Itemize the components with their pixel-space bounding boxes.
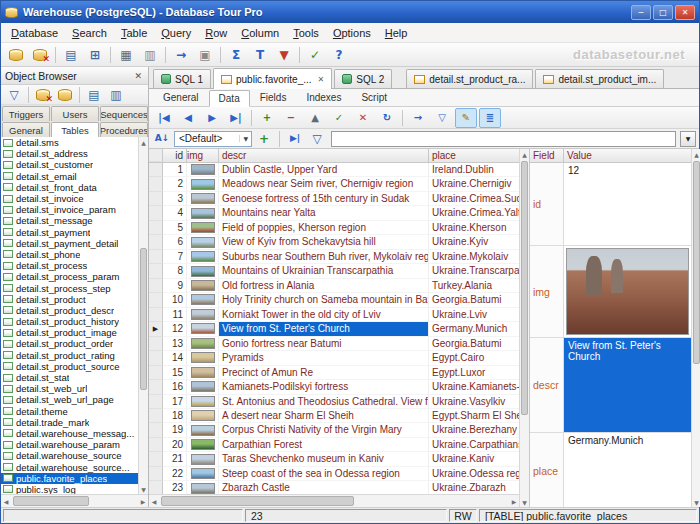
cell-id[interactable]: 16 (163, 380, 187, 394)
scroll-thumb[interactable] (521, 161, 528, 415)
filter-dropdown-button[interactable]: ▼ (680, 131, 696, 147)
scroll-right-icon[interactable]: ▶ (509, 495, 519, 507)
table-list-item-detail-st-message[interactable]: detail.st_message (1, 215, 138, 226)
cell-descr[interactable]: Kamianets-Podilskyi fortress (219, 380, 429, 394)
cell-place[interactable]: Ukraine.Chernigiv (429, 177, 519, 191)
filter-grid-icon[interactable]: ▽ (431, 108, 453, 128)
export-icon[interactable]: → (170, 45, 192, 65)
print-preview-icon[interactable]: ▥ (139, 45, 161, 65)
scroll-down-icon[interactable]: ▼ (139, 484, 148, 494)
filter-button[interactable]: ▽ (308, 131, 326, 147)
table-row[interactable]: 23Zbarazh CastleUkraine.Zbarazh (149, 481, 519, 494)
menu-query[interactable]: Query (154, 25, 198, 41)
help-icon[interactable]: ? (328, 45, 350, 65)
cell-descr[interactable]: Old fortress in Alania (219, 279, 429, 293)
last-record-icon[interactable]: ▶| (225, 108, 247, 128)
cell-id[interactable]: 7 (163, 250, 187, 264)
cell-place[interactable]: Georgia.Batumi (429, 337, 519, 351)
table-list-item-detail-st-stat[interactable]: detail.st_stat (1, 372, 138, 383)
next-record-icon[interactable]: ▶ (201, 108, 223, 128)
cell-place[interactable]: Ukraine.Zbarazh (429, 481, 519, 494)
close-panel-icon[interactable]: ✕ (132, 71, 144, 81)
minimize-button[interactable]: ─ (631, 5, 651, 20)
cell-id[interactable]: 19 (163, 423, 187, 437)
table-list-item-detail-st-product-history[interactable]: detail.st_product_history (1, 316, 138, 327)
table-list-item-detail-st-web-url-page[interactable]: detail.st_web_url_page (1, 394, 138, 405)
table-list-item-public-favorite-places[interactable]: public.favorite_places (1, 473, 138, 484)
table-row[interactable]: 3Genoese fortress of 15th century in Sud… (149, 192, 519, 206)
cell-descr[interactable]: Suburbs near Southern Buh river, Mykolai… (219, 250, 429, 264)
scroll-thumb[interactable] (13, 496, 89, 506)
cell-id[interactable]: 3 (163, 192, 187, 206)
cell-descr[interactable]: Field of poppies, Kherson region (219, 221, 429, 235)
scroll-left-icon[interactable]: ◀ (1, 495, 11, 507)
scroll-thumb[interactable] (693, 161, 700, 364)
doc-tab-public-favorite[interactable]: public.favorite_...✕ (213, 68, 332, 89)
cell-place[interactable]: Ukraine.Mykolaiv (429, 250, 519, 264)
table-list-item-detail-st-process[interactable]: detail.st_process (1, 260, 138, 271)
cell-img[interactable] (187, 264, 219, 278)
calculate-summary-icon[interactable]: Σ (225, 45, 247, 65)
cell-id[interactable]: 14 (163, 351, 187, 365)
cell-img[interactable] (187, 235, 219, 249)
menu-table[interactable]: Table (114, 25, 154, 41)
cell-img[interactable] (187, 380, 219, 394)
view-tab-fields[interactable]: Fields (250, 89, 297, 106)
cell-place[interactable]: Ukraine.Kamianets-Podilskyi (429, 380, 519, 394)
cell-img[interactable] (187, 177, 219, 191)
cell-place[interactable]: Ukraine.Vasylkiv (429, 395, 519, 409)
table-row[interactable]: 8Mountains of Ukrainian TranscarpathiaUk… (149, 264, 519, 278)
close-tab-icon[interactable]: ✕ (318, 75, 325, 84)
table-list-item-detail-st-invoice[interactable]: detail.st_invoice (1, 193, 138, 204)
scroll-down-icon[interactable]: ▼ (692, 497, 700, 507)
field-value[interactable] (564, 246, 691, 337)
table-list-item-detail-st-product-image[interactable]: detail.st_product_image (1, 327, 138, 338)
cell-place[interactable]: Ukraine.Kyiv (429, 235, 519, 249)
prior-record-icon[interactable]: ◀ (177, 108, 199, 128)
close-button[interactable]: ✕ (675, 5, 695, 20)
cell-descr[interactable]: St. Antonius and Theodosius Cathedral. V… (219, 395, 429, 409)
table-row[interactable]: ▶12View from St. Peter's ChurchGermany.M… (149, 322, 519, 336)
scroll-track[interactable] (159, 495, 509, 507)
disconnect-database-icon[interactable]: ✕ (33, 86, 53, 104)
cell-place[interactable]: Georgia.Batumi (429, 293, 519, 307)
scroll-left-icon[interactable]: ◀ (149, 495, 159, 507)
table-list-item-detail-st-email[interactable]: detail.st_email (1, 171, 138, 182)
inspector-row-place[interactable]: placeGermany.Munich (530, 433, 691, 507)
cell-id[interactable]: 6 (163, 235, 187, 249)
cell-id[interactable]: 11 (163, 308, 187, 322)
table-row[interactable]: 7Suburbs near Southern Buh river, Mykola… (149, 250, 519, 264)
validate-icon[interactable]: ✓ (304, 45, 326, 65)
view-tab-script[interactable]: Script (351, 89, 397, 106)
table-list-item-public-sys-log[interactable]: public.sys_log (1, 484, 138, 494)
table-row[interactable]: 9Old fortress in AlaniaTurkey.Alania (149, 279, 519, 293)
cell-place[interactable]: Ukraine.Kaniv (429, 452, 519, 466)
cell-img[interactable] (187, 322, 219, 336)
cell-id[interactable]: 22 (163, 467, 187, 481)
scroll-track[interactable] (692, 159, 700, 497)
cell-descr[interactable]: View of Kyiv from Schekavytsia hill (219, 235, 429, 249)
refresh-icon[interactable]: ↻ (376, 108, 398, 128)
table-list-item-detail-theme[interactable]: detail.theme (1, 406, 138, 417)
scroll-up-icon[interactable]: ▲ (520, 149, 529, 159)
cell-place[interactable]: Egypt.Cairo (429, 351, 519, 365)
cell-place[interactable]: Ireland.Dublin (429, 163, 519, 177)
table-list-item-detail-warehouse-param[interactable]: detail.warehouse_param (1, 439, 138, 450)
first-record-icon[interactable]: |◀ (153, 108, 175, 128)
table-row[interactable]: 4Mountains near YaltaUkraine.Crimea.Yalt… (149, 206, 519, 220)
cell-descr[interactable]: Gonio fortress near Batumi (219, 337, 429, 351)
cell-descr[interactable]: Precinct of Amun Re (219, 366, 429, 380)
table-list-item-detail-st-product-rating[interactable]: detail.st_product_rating (1, 350, 138, 361)
table-list-item-detail-st-payment[interactable]: detail.st_payment (1, 227, 138, 238)
cell-img[interactable] (187, 409, 219, 423)
cell-id[interactable]: 1 (163, 163, 187, 177)
table-row[interactable]: 16Kamianets-Podilskyi fortressUkraine.Ka… (149, 380, 519, 394)
cell-place[interactable]: Ukraine.Kherson (429, 221, 519, 235)
table-list-item-detail-st-web-url[interactable]: detail.st_web_url (1, 383, 138, 394)
close-database-icon[interactable]: ✕ (29, 45, 51, 65)
cell-descr[interactable]: Pyramids (219, 351, 429, 365)
table-list-item-detail-st-front-data[interactable]: detail.st_front_data (1, 182, 138, 193)
cell-id[interactable]: 5 (163, 221, 187, 235)
new-sql-window-icon[interactable]: ⊞ (84, 45, 106, 65)
import-icon[interactable]: ▼ (273, 45, 295, 65)
